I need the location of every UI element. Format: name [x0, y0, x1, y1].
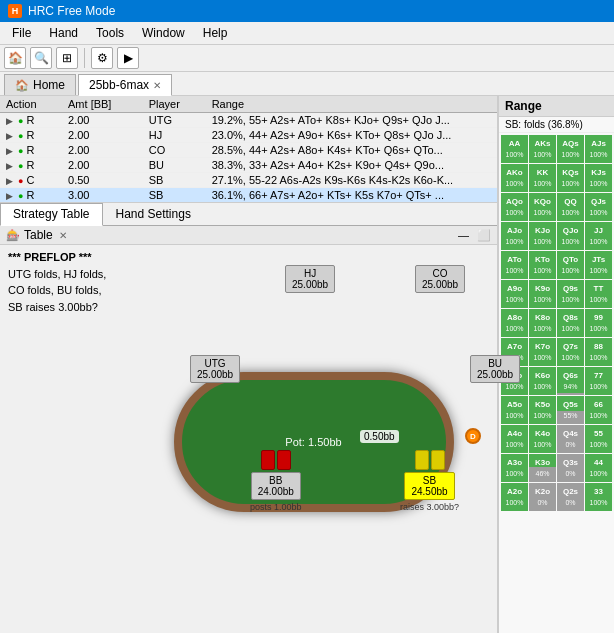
range-grid-cell[interactable]: AKo 100%: [501, 164, 528, 192]
tab-25bb-close[interactable]: ✕: [153, 80, 161, 91]
action-row[interactable]: ▶ ● R 2.00 UTG 19.2%, 55+ A2s+ ATo+ K8s+…: [0, 113, 497, 128]
range-cell-name: 33: [594, 487, 603, 497]
range-grid-cell[interactable]: K3o 46%: [529, 454, 556, 482]
range-grid-cell[interactable]: QJs 100%: [585, 193, 612, 221]
action-dot: ●: [18, 131, 23, 141]
range-cell-pct: 0%: [565, 440, 575, 449]
action-row[interactable]: ▶ ● R 2.00 HJ 23.0%, 44+ A2s+ A9o+ K6s+ …: [0, 128, 497, 143]
range-grid-cell[interactable]: K4o 100%: [529, 425, 556, 453]
seat-hj-label: HJ: [292, 268, 328, 279]
range-grid-cell[interactable]: K2o 0%: [529, 483, 556, 511]
range-cell-name: Q3s: [563, 458, 578, 468]
range-grid-cell[interactable]: JTs 100%: [585, 251, 612, 279]
range-grid-cell[interactable]: KK 100%: [529, 164, 556, 192]
expand-arrow: ▶: [6, 161, 13, 171]
range-cell-name: KTo: [535, 255, 550, 265]
range-grid-cell[interactable]: K7o 100%: [529, 338, 556, 366]
range-grid-cell[interactable]: TT 100%: [585, 280, 612, 308]
range-grid-cell[interactable]: Q5s 55%: [557, 396, 584, 424]
range-cell-pct: 100%: [506, 237, 524, 246]
range-grid-cell[interactable]: AJs 100%: [585, 135, 612, 163]
grid-button[interactable]: ⊞: [56, 47, 78, 69]
range-cell-pct: 0%: [537, 498, 547, 507]
table-panel-tab-close-x[interactable]: ✕: [59, 230, 67, 241]
range-grid-cell[interactable]: A9o 100%: [501, 280, 528, 308]
range-grid-cell[interactable]: JJ 100%: [585, 222, 612, 250]
action-dot: ●: [18, 146, 23, 156]
range-grid-cell[interactable]: KQo 100%: [529, 193, 556, 221]
menu-file[interactable]: File: [4, 24, 39, 42]
menu-help[interactable]: Help: [195, 24, 236, 42]
title-bar: H HRC Free Mode: [0, 0, 614, 22]
range-cell-pct: 100%: [562, 324, 580, 333]
range-grid-cell[interactable]: KJo 100%: [529, 222, 556, 250]
tab-25bb-6max[interactable]: 25bb-6max ✕: [78, 74, 172, 96]
play-button[interactable]: ▶: [117, 47, 139, 69]
range-grid: AA 100% AKs 100% AQs 100% AJs 100% AKo 1…: [499, 133, 614, 513]
panel-close-btn[interactable]: ⬜: [477, 229, 491, 242]
range-cell-pct: 100%: [506, 382, 524, 391]
action-row[interactable]: ▶ ● R 2.00 CO 28.5%, 44+ A2s+ A8o+ K4s+ …: [0, 143, 497, 158]
range-cell-name: K3o: [535, 458, 550, 468]
menu-window[interactable]: Window: [134, 24, 193, 42]
range-cell-pct: 100%: [534, 440, 552, 449]
info-line4: SB raises 3.00bb?: [8, 299, 122, 316]
menu-hand[interactable]: Hand: [41, 24, 86, 42]
range-grid-cell[interactable]: Q9s 100%: [557, 280, 584, 308]
range-grid-cell[interactable]: Q7s 100%: [557, 338, 584, 366]
range-grid-cell[interactable]: 55 100%: [585, 425, 612, 453]
action-row[interactable]: ▶ ● C 0.50 SB 27.1%, 55-22 A6s-A2s K9s-K…: [0, 173, 497, 188]
info-line2: UTG folds, HJ folds,: [8, 266, 122, 283]
home-button[interactable]: 🏠: [4, 47, 26, 69]
tab-strategy-table[interactable]: Strategy Table: [0, 203, 103, 226]
range-grid-cell[interactable]: 99 100%: [585, 309, 612, 337]
range-grid-cell[interactable]: ATo 100%: [501, 251, 528, 279]
range-grid-cell[interactable]: AQs 100%: [557, 135, 584, 163]
range-grid-cell[interactable]: AJo 100%: [501, 222, 528, 250]
range-grid-cell[interactable]: QJo 100%: [557, 222, 584, 250]
range-grid-cell[interactable]: K6o 100%: [529, 367, 556, 395]
range-grid-cell[interactable]: A8o 100%: [501, 309, 528, 337]
range-grid-cell[interactable]: KQs 100%: [557, 164, 584, 192]
range-grid-cell[interactable]: 66 100%: [585, 396, 612, 424]
range-grid-cell[interactable]: AA 100%: [501, 135, 528, 163]
range-grid-cell[interactable]: 77 100%: [585, 367, 612, 395]
tab-home[interactable]: 🏠 Home: [4, 74, 76, 95]
range-cell-name: Q6s: [563, 371, 578, 381]
range-grid-cell[interactable]: K9o 100%: [529, 280, 556, 308]
range-grid-cell[interactable]: A3o 100%: [501, 454, 528, 482]
range-cell-name: K9o: [535, 284, 550, 294]
table-panel-icon: 🎰: [6, 229, 20, 242]
panel-minimize-btn[interactable]: —: [458, 229, 469, 241]
range-cell-pct: 100%: [534, 382, 552, 391]
range-grid-cell[interactable]: AKs 100%: [529, 135, 556, 163]
range-grid-cell[interactable]: QTo 100%: [557, 251, 584, 279]
search-button[interactable]: 🔍: [30, 47, 52, 69]
range-grid-cell[interactable]: Q2s 0%: [557, 483, 584, 511]
range-grid-cell[interactable]: A4o 100%: [501, 425, 528, 453]
range-grid-cell[interactable]: 44 100%: [585, 454, 612, 482]
range-grid-cell[interactable]: Q3s 0%: [557, 454, 584, 482]
tab-hand-settings[interactable]: Hand Settings: [103, 203, 204, 225]
range-grid-cell[interactable]: K5o 100%: [529, 396, 556, 424]
action-cell: ▶ ● C: [0, 173, 62, 188]
range-grid-cell[interactable]: 88 100%: [585, 338, 612, 366]
settings-button[interactable]: ⚙: [91, 47, 113, 69]
range-grid-cell[interactable]: AQo 100%: [501, 193, 528, 221]
range-grid-cell[interactable]: A2o 100%: [501, 483, 528, 511]
range-grid-cell[interactable]: KJs 100%: [585, 164, 612, 192]
range-cell-text: 23.0%, 44+ A2s+ A9o+ K6s+ KTo+ Q8s+ QJo …: [206, 128, 497, 143]
action-row[interactable]: ▶ ● R 2.00 BU 38.3%, 33+ A2s+ A4o+ K2s+ …: [0, 158, 497, 173]
range-grid-cell[interactable]: Q6s 94%: [557, 367, 584, 395]
action-row[interactable]: ▶ ● R 3.00 SB 36.1%, 66+ A7s+ A2o+ KTs+ …: [0, 188, 497, 203]
range-grid-cell[interactable]: Q8s 100%: [557, 309, 584, 337]
range-grid-cell[interactable]: KTo 100%: [529, 251, 556, 279]
menu-tools[interactable]: Tools: [88, 24, 132, 42]
range-grid-cell[interactable]: K8o 100%: [529, 309, 556, 337]
range-info: SB: folds (36.8%): [499, 117, 614, 133]
range-grid-cell[interactable]: QQ 100%: [557, 193, 584, 221]
range-grid-cell[interactable]: Q4s 0%: [557, 425, 584, 453]
range-grid-cell[interactable]: 33 100%: [585, 483, 612, 511]
range-cell-pct: 100%: [534, 237, 552, 246]
range-grid-cell[interactable]: A5o 100%: [501, 396, 528, 424]
